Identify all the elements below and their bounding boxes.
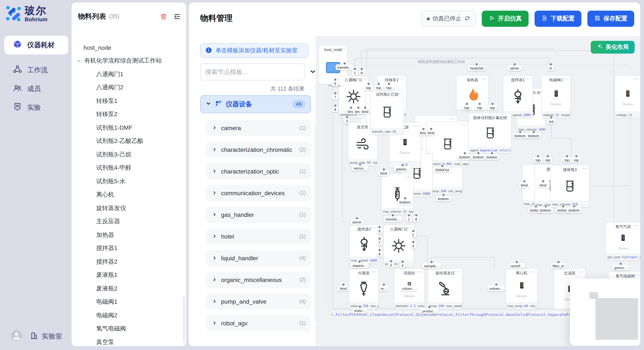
port-dot[interactable] bbox=[388, 82, 390, 85]
port-dot[interactable] bbox=[377, 82, 380, 85]
tree-item[interactable]: 电磁阀2 bbox=[72, 309, 186, 322]
port-pill-bottom[interactable]: bottom bbox=[526, 133, 541, 138]
category-row-gas_handler[interactable]: gas_handler(1) bbox=[206, 207, 311, 223]
port-dot[interactable] bbox=[334, 78, 337, 81]
port-pill-bottom[interactable]: bottom bbox=[436, 196, 451, 201]
port-pill-top[interactable]: top bbox=[488, 105, 497, 110]
tree-item[interactable]: 废液瓶2 bbox=[72, 282, 186, 295]
port-dot[interactable] bbox=[390, 260, 392, 263]
port-pill-transfe...[interactable]: transfe... bbox=[336, 64, 354, 70]
flow-canvas[interactable]: 有机化学流程综合测试工作站 host_node•••八通阀门1••• posit… bbox=[316, 36, 640, 346]
port-pill-3[interactable]: 3 bbox=[410, 243, 416, 249]
port-pill-filter_in[interactable]: filter_in bbox=[551, 263, 566, 269]
tree-item[interactable]: 试剂瓶4-甲醇 bbox=[72, 161, 186, 175]
port-dot[interactable] bbox=[534, 205, 537, 208]
canvas-node-搅拌器1[interactable]: 搅拌器1••• max_speed: 2000 bbox=[503, 75, 533, 118]
refresh-icon[interactable] bbox=[464, 15, 470, 22]
port-dot[interactable] bbox=[619, 262, 622, 265]
port-pill-top[interactable]: top bbox=[543, 157, 552, 163]
port-dot[interactable] bbox=[478, 103, 481, 105]
node-menu-icon[interactable]: ••• bbox=[361, 77, 366, 81]
port-pill-bind[interactable]: bind bbox=[538, 182, 548, 188]
port-pill-8[interactable]: 8 bbox=[413, 216, 419, 222]
canvas-node-接收瓶3[interactable]: 接收瓶3••• max_volume: 250 bbox=[550, 165, 590, 207]
port-pill-5[interactable]: 5 bbox=[388, 262, 394, 268]
port-dot[interactable] bbox=[378, 237, 381, 240]
node-menu-icon[interactable]: ••• bbox=[578, 270, 584, 274]
port-dot[interactable] bbox=[392, 214, 394, 217]
tree-item[interactable]: host_node bbox=[72, 41, 186, 54]
sim-status-chip[interactable]: 仿真已停止 bbox=[421, 11, 476, 27]
tree-item[interactable]: 转移泵1 bbox=[72, 94, 186, 108]
port-dot[interactable] bbox=[466, 103, 468, 105]
chevron-down-icon[interactable] bbox=[76, 58, 82, 64]
sidebar-item-workflow[interactable]: 工作流 bbox=[4, 62, 68, 78]
chevron-down-icon[interactable] bbox=[310, 68, 316, 77]
port-dot[interactable] bbox=[359, 305, 362, 308]
port-dot[interactable] bbox=[532, 131, 535, 133]
save-config-button[interactable]: 保存配置 bbox=[587, 11, 634, 27]
port-pill-gasso...[interactable]: gasso... bbox=[612, 265, 629, 270]
port-dot[interactable] bbox=[382, 283, 385, 286]
port-pill-m...[interactable]: m... bbox=[379, 286, 389, 291]
port-pill-bottom[interactable]: bottom bbox=[484, 154, 500, 160]
node-menu-icon[interactable]: ••• bbox=[530, 270, 536, 274]
tree-item[interactable]: 电磁阀1 bbox=[72, 295, 186, 309]
tree-item[interactable]: 氢气电磁阀 bbox=[72, 322, 186, 336]
port-pill-bind[interactable]: bind bbox=[426, 130, 436, 136]
tree-item[interactable]: 八通阀门1 bbox=[72, 68, 186, 81]
category-row-hotel[interactable]: hotel(1) bbox=[206, 228, 311, 245]
category-row-communication_devices[interactable]: communication_devices(1) bbox=[206, 185, 311, 201]
tree-item[interactable]: 试剂瓶1-DMF bbox=[72, 121, 186, 135]
tree-item[interactable]: 真空泵 bbox=[72, 336, 186, 346]
port-dot[interactable] bbox=[360, 68, 363, 70]
port-pill-in[interactable]: in bbox=[547, 65, 554, 71]
port-pill-1[interactable]: 1 bbox=[406, 216, 412, 222]
port-pill-8[interactable]: 8 bbox=[332, 107, 338, 112]
tree-item[interactable]: 旋转蒸发仪 bbox=[72, 201, 186, 215]
delete-icon[interactable] bbox=[160, 13, 168, 22]
node-menu-icon[interactable]: ••• bbox=[372, 270, 377, 274]
canvas-node-搅拌器2[interactable]: 搅拌器2••• max_speed: 2000 bbox=[349, 224, 379, 264]
port-pill-solven...[interactable]: solven... bbox=[488, 286, 505, 291]
port-dot[interactable] bbox=[441, 165, 444, 167]
port-pill-7[interactable]: 7 bbox=[332, 94, 338, 100]
node-menu-icon[interactable]: ••• bbox=[633, 224, 639, 227]
port-dot[interactable] bbox=[430, 128, 432, 130]
canvas-node-固体试剂瓶3-氯化镁[interactable]: 固体试剂瓶3-氯化镁••• agent: magnesium_chloridep… bbox=[468, 113, 512, 154]
port-dot[interactable] bbox=[428, 306, 431, 309]
port-pill-top[interactable]: top bbox=[462, 105, 471, 110]
canvas-node[interactable]: •••max_volume: 25transfer_rate: 10 bbox=[381, 174, 414, 215]
port-pill-top[interactable]: top bbox=[572, 157, 581, 163]
tree-item[interactable]: 有机化学流程综合测试工作站 bbox=[72, 54, 186, 68]
canvas-node-加热器[interactable]: 加热器••• bbox=[456, 75, 488, 110]
port-pill-2[interactable]: 2 bbox=[410, 232, 416, 237]
category-group-instruments[interactable]: 仪器设备 49 bbox=[200, 95, 311, 113]
port-pill-colum...[interactable]: colum... bbox=[400, 286, 417, 291]
port-pill-top[interactable]: top bbox=[475, 105, 484, 110]
port-dot[interactable] bbox=[550, 63, 552, 66]
sidebar-item-experiments[interactable]: 实验 bbox=[4, 100, 68, 116]
port-pill-8[interactable]: 8 bbox=[359, 70, 364, 75]
category-row-pump_and_valve[interactable]: pump_and_valve(4) bbox=[206, 293, 311, 310]
node-menu-icon[interactable]: ••• bbox=[418, 270, 423, 274]
port-pill-bottom[interactable]: bottom bbox=[471, 154, 486, 160]
port-pill-separa...[interactable]: separa... bbox=[350, 263, 368, 268]
port-dot[interactable] bbox=[378, 226, 381, 229]
node-menu-icon[interactable]: ••• bbox=[414, 124, 419, 128]
port-dot[interactable] bbox=[412, 230, 415, 232]
port-pill-5[interactable]: 5 bbox=[344, 118, 350, 124]
port-dot[interactable] bbox=[382, 168, 385, 171]
port-dot[interactable] bbox=[491, 152, 494, 155]
node-menu-icon[interactable]: ••• bbox=[399, 77, 405, 81]
sidebar-item-lab[interactable]: 实验室 bbox=[30, 331, 62, 342]
port-dot[interactable] bbox=[412, 241, 415, 243]
port-pill-stirrer[interactable]: stirrer bbox=[350, 219, 363, 225]
port-dot[interactable] bbox=[346, 116, 348, 118]
tree-item[interactable]: 加热器 bbox=[72, 228, 186, 242]
port-dot[interactable] bbox=[358, 260, 361, 263]
bohrium-logo[interactable]: 玻尔 Bohrium bbox=[5, 5, 48, 24]
beautify-layout-button[interactable]: 美化布局 bbox=[591, 41, 635, 54]
node-menu-icon[interactable]: ••• bbox=[582, 167, 588, 171]
start-sim-button[interactable]: 开启仿真 bbox=[482, 11, 528, 27]
